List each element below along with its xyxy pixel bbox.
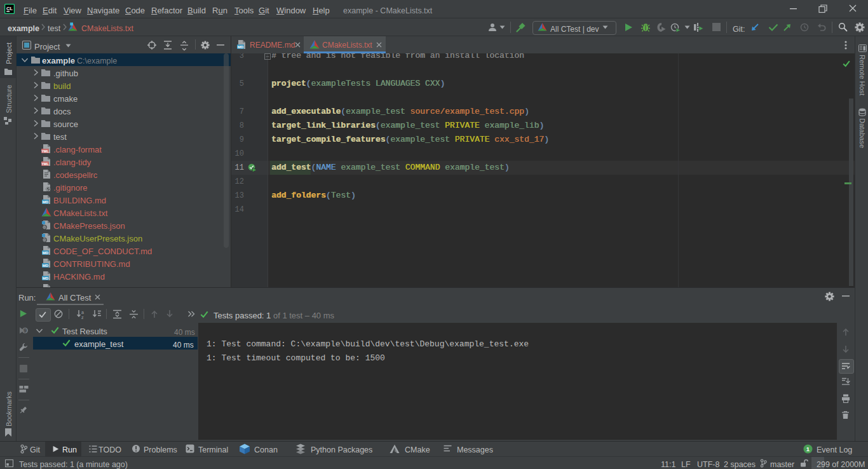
svg-text:CL: CL [6, 6, 13, 11]
svg-text:z: z [81, 315, 84, 320]
svg-text:1: 1 [806, 445, 810, 452]
svg-text:a: a [81, 310, 84, 315]
svg-text:9: 9 [24, 327, 27, 334]
